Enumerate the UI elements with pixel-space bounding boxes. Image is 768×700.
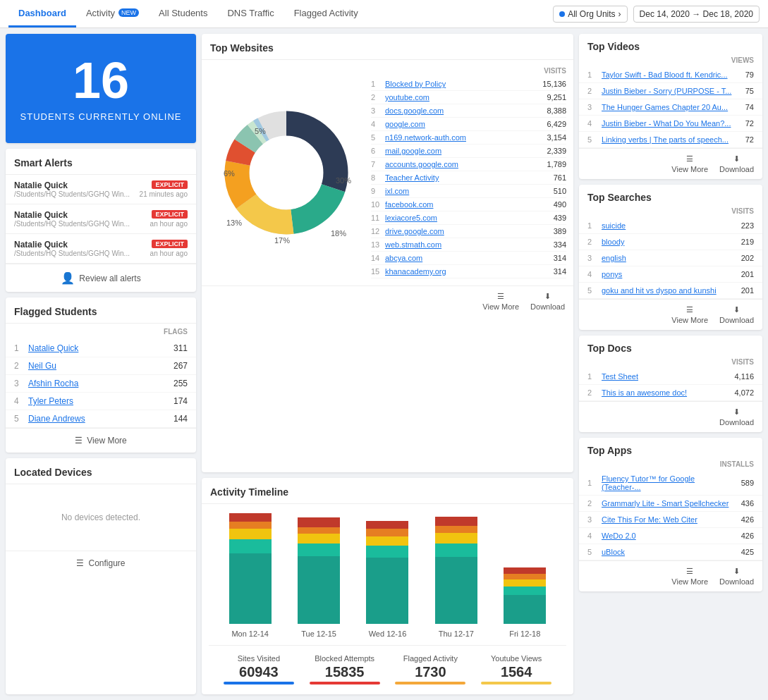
website-name[interactable]: google.com (385, 120, 538, 128)
svg-text:30%: 30% (336, 176, 351, 185)
search-term[interactable]: suicide (602, 221, 733, 230)
flagged-student-row-3: 3 Afshin Rocha 255 (6, 375, 196, 393)
videos-download[interactable]: ⬇ Download (719, 154, 754, 173)
bar-label-mon: Mon 12-14 (231, 630, 269, 638)
alert-item-3: Natalie Quick /Students/HQ Students/GGHQ… (6, 234, 196, 264)
apps-download[interactable]: ⬇ Download (719, 567, 754, 586)
website-row: 8 Teacher Activity 761 (371, 171, 566, 185)
bar-tue: Tue 12-15 (298, 517, 340, 638)
website-name[interactable]: docs.google.com (385, 106, 538, 115)
website-row: 4 google.com 6,429 (371, 118, 566, 131)
website-name[interactable]: Teacher Activity (385, 173, 538, 182)
search-term[interactable]: english (602, 254, 733, 262)
svg-point-9 (250, 136, 323, 209)
students-online-label: STUDENTS CURRENTLY ONLINE (20, 111, 182, 122)
bar-label-tue: Tue 12-15 (301, 630, 336, 638)
websites-view-more[interactable]: ☰ View More (482, 292, 519, 311)
docs-download[interactable]: ⬇ Download (719, 407, 754, 426)
website-name[interactable]: youtube.com (385, 93, 538, 102)
website-name[interactable]: web.stmath.com (385, 240, 538, 249)
tab-all-students[interactable]: All Students (149, 0, 217, 27)
activity-timeline-title: Activity Timeline (202, 478, 573, 504)
flagged-student-row-2: 2 Neil Gu 267 (6, 357, 196, 375)
videos-view-more[interactable]: ☰ View More (671, 154, 708, 173)
alert-time-3: an hour ago (150, 250, 188, 257)
apps-footer: ☰ View More ⬇ Download (579, 560, 762, 591)
settings-icon: ☰ (76, 558, 84, 568)
flagged-student-name-1[interactable]: Natalie Quick (28, 343, 173, 353)
video-name[interactable]: Justin Bieber - What Do You Mean?... (602, 119, 733, 128)
svg-text:18%: 18% (331, 229, 346, 238)
videos-footer: ☰ View More ⬇ Download (579, 148, 762, 179)
app-name[interactable]: Fluency Tutor™ for Google (Teacher-... (602, 474, 733, 491)
nav-right: All Org Units › Dec 14, 2020 → Dec 18, 2… (553, 6, 760, 23)
flagged-students-view-more[interactable]: ☰ View More (6, 428, 196, 453)
org-selector[interactable]: All Org Units › (553, 6, 627, 23)
search-row: 1 suicide 223 (579, 218, 762, 234)
app-name[interactable]: Grammarly Lite - Smart Spellchecker (602, 499, 733, 508)
video-name[interactable]: Justin Bieber - Sorry (PURPOSE - T... (602, 87, 733, 95)
download-icon: ⬇ (733, 305, 740, 314)
search-term[interactable]: ponys (602, 270, 733, 278)
website-row: 14 abcya.com 314 (371, 252, 566, 265)
doc-name[interactable]: This is an awesome doc! (602, 388, 733, 397)
website-name[interactable]: abcya.com (385, 254, 538, 262)
list-icon: ☰ (497, 292, 504, 301)
nav-bar: Dashboard Activity NEW All Students DNS … (0, 0, 768, 28)
searches-view-more[interactable]: ☰ View More (671, 305, 708, 324)
flagged-student-name-2[interactable]: Neil Gu (28, 361, 173, 371)
students-online-card: 16 STUDENTS CURRENTLY ONLINE (6, 34, 196, 143)
search-term[interactable]: bloody (602, 238, 733, 246)
website-row: 11 lexiacore5.com 439 (371, 211, 566, 225)
tab-flagged-activity[interactable]: Flagged Activity (284, 0, 368, 27)
search-row: 2 bloody 219 (579, 234, 762, 250)
app-name[interactable]: WeDo 2.0 (602, 532, 733, 540)
tab-dashboard[interactable]: Dashboard (8, 0, 76, 27)
org-dot (559, 11, 565, 17)
website-name[interactable]: mail.google.com (385, 147, 538, 155)
doc-name[interactable]: Test Sheet (602, 372, 733, 381)
list-icon: ☰ (686, 154, 693, 164)
website-name[interactable]: facebook.com (385, 200, 538, 209)
website-name[interactable]: drive.google.com (385, 227, 538, 235)
app-row: 4 WeDo 2.0 426 (579, 528, 762, 544)
tab-dns-traffic[interactable]: DNS Traffic (217, 0, 284, 27)
alert-item-2: Natalie Quick /Students/HQ Students/GGHQ… (6, 204, 196, 234)
website-name[interactable]: Blocked by Policy (385, 80, 538, 88)
alert-path-3: /Students/HQ Students/GGHQ Win... (14, 250, 130, 257)
alert-time-2: an hour ago (150, 220, 188, 228)
configure-button[interactable]: ☰ Configure (6, 551, 196, 575)
searches-download[interactable]: ⬇ Download (719, 305, 754, 324)
smart-alerts-card: Smart Alerts Natalie Quick /Students/HQ … (6, 149, 196, 292)
video-row: 3 The Hunger Games Chapter 20 Au... 74 (579, 99, 762, 116)
review-all-alerts-button[interactable]: 👤 Review all alerts (6, 264, 196, 292)
website-name[interactable]: ixl.com (385, 187, 538, 195)
flagged-student-name-5[interactable]: Diane Andrews (28, 414, 173, 424)
svg-text:17%: 17% (274, 236, 290, 245)
website-name[interactable]: n169.network-auth.com (385, 133, 538, 142)
flagged-student-name-3[interactable]: Afshin Rocha (28, 379, 173, 388)
website-name[interactable]: accounts.google.com (385, 160, 538, 168)
apps-view-more[interactable]: ☰ View More (671, 567, 708, 586)
bar-fri: Fri 12-18 (504, 567, 546, 638)
video-name[interactable]: Linking verbs | The parts of speech... (602, 135, 733, 144)
app-name[interactable]: Cite This For Me: Web Citer (602, 515, 733, 524)
tab-activity[interactable]: Activity NEW (76, 0, 149, 27)
flagged-student-name-4[interactable]: Tyler Peters (28, 396, 173, 406)
explicit-badge-3: EXPLICIT (152, 240, 188, 248)
website-name[interactable]: lexiacore5.com (385, 214, 538, 222)
bar-mon: Mon 12-14 (229, 513, 272, 638)
bar-label-wed: Wed 12-16 (369, 630, 407, 638)
alert-time-1: 21 minutes ago (140, 190, 188, 198)
website-name[interactable]: khanacademy.org (385, 267, 538, 276)
donut-chart: 30% 18% 17% 13% 6% 5% (209, 67, 364, 278)
website-row: 1 Blocked by Policy 15,136 (371, 78, 566, 91)
list-icon: ☰ (75, 436, 83, 446)
explicit-badge-2: EXPLICIT (152, 210, 188, 219)
websites-download[interactable]: ⬇ Download (530, 292, 565, 311)
center-column: Top Websites (202, 34, 573, 694)
video-name[interactable]: Taylor Swift - Bad Blood ft. Kendric... (602, 70, 733, 79)
app-name[interactable]: uBlock (602, 548, 733, 556)
search-term[interactable]: goku and hit vs dyspo and kunshi (602, 286, 733, 295)
video-name[interactable]: The Hunger Games Chapter 20 Au... (602, 103, 733, 111)
